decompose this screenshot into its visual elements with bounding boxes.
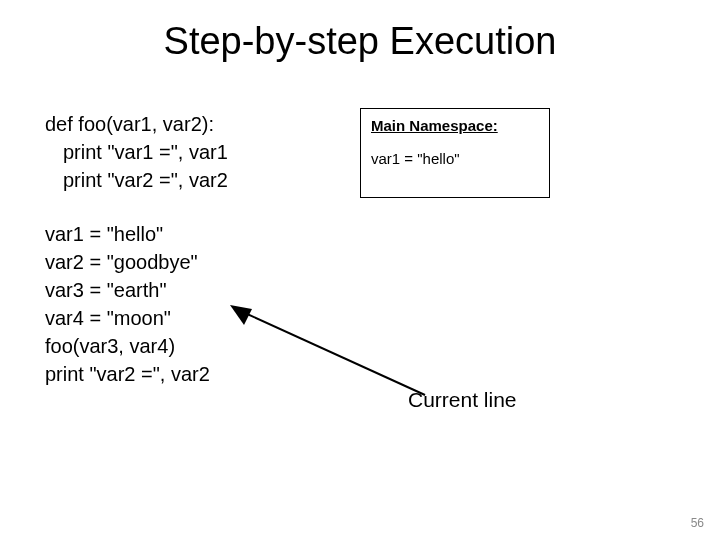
code-line-var3: var3 = "earth": [45, 276, 675, 304]
code-line-foo-call: foo(var3, var4): [45, 332, 675, 360]
namespace-title: Main Namespace:: [371, 115, 539, 136]
slide-title: Step-by-step Execution: [0, 20, 720, 63]
code-line-var1: var1 = "hello": [45, 220, 675, 248]
code-line-var2: var2 = "goodbye": [45, 248, 675, 276]
code-line-print3: print "var2 =", var2: [45, 360, 675, 388]
current-line-label: Current line: [408, 388, 517, 412]
namespace-box: Main Namespace: var1 = "hello": [360, 108, 550, 198]
code-line-var4: var4 = "moon": [45, 304, 675, 332]
page-number: 56: [691, 516, 704, 530]
namespace-entry: var1 = "hello": [371, 148, 539, 169]
